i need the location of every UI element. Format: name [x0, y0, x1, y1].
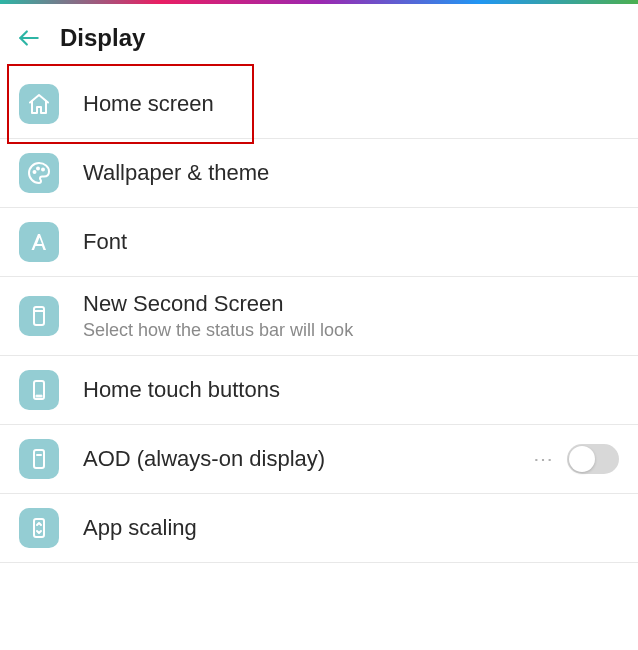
- back-arrow-icon: [16, 25, 42, 51]
- more-icon[interactable]: ⋯: [533, 447, 555, 471]
- item-text: New Second Screen Select how the status …: [83, 291, 619, 341]
- scaling-icon: [19, 508, 59, 548]
- second-screen-icon: [19, 296, 59, 336]
- item-text: Home screen: [83, 91, 619, 117]
- list-item-wallpaper-theme[interactable]: Wallpaper & theme: [0, 139, 638, 208]
- touch-buttons-icon: [19, 370, 59, 410]
- item-label: AOD (always-on display): [83, 446, 509, 472]
- item-label: Wallpaper & theme: [83, 160, 619, 186]
- svg-rect-4: [34, 307, 44, 325]
- palette-icon: [19, 153, 59, 193]
- item-label: Home touch buttons: [83, 377, 619, 403]
- item-text: App scaling: [83, 515, 619, 541]
- item-text: Wallpaper & theme: [83, 160, 619, 186]
- list-item-home-touch-buttons[interactable]: Home touch buttons: [0, 356, 638, 425]
- back-button[interactable]: [16, 25, 42, 51]
- item-trailing: ⋯: [533, 444, 619, 474]
- header: Display: [0, 4, 638, 70]
- font-icon: [19, 222, 59, 262]
- list-item-aod[interactable]: AOD (always-on display) ⋯: [0, 425, 638, 494]
- svg-point-2: [37, 168, 39, 170]
- aod-toggle[interactable]: [567, 444, 619, 474]
- svg-rect-10: [34, 450, 44, 468]
- settings-list: Home screen Wallpaper & theme Font: [0, 70, 638, 563]
- page-title: Display: [60, 24, 145, 52]
- item-text: AOD (always-on display): [83, 446, 509, 472]
- svg-point-9: [40, 395, 41, 396]
- item-label: App scaling: [83, 515, 619, 541]
- list-item-font[interactable]: Font: [0, 208, 638, 277]
- list-item-second-screen[interactable]: New Second Screen Select how the status …: [0, 277, 638, 356]
- list-item-app-scaling[interactable]: App scaling: [0, 494, 638, 563]
- list-item-home-screen[interactable]: Home screen: [0, 70, 638, 139]
- item-label: New Second Screen: [83, 291, 619, 317]
- toggle-knob: [569, 446, 595, 472]
- home-icon: [19, 84, 59, 124]
- item-subtitle: Select how the status bar will look: [83, 320, 619, 341]
- svg-point-1: [34, 171, 36, 173]
- svg-rect-12: [34, 519, 44, 537]
- item-text: Home touch buttons: [83, 377, 619, 403]
- item-label: Font: [83, 229, 619, 255]
- aod-icon: [19, 439, 59, 479]
- item-text: Font: [83, 229, 619, 255]
- item-label: Home screen: [83, 91, 619, 117]
- svg-point-3: [42, 169, 44, 171]
